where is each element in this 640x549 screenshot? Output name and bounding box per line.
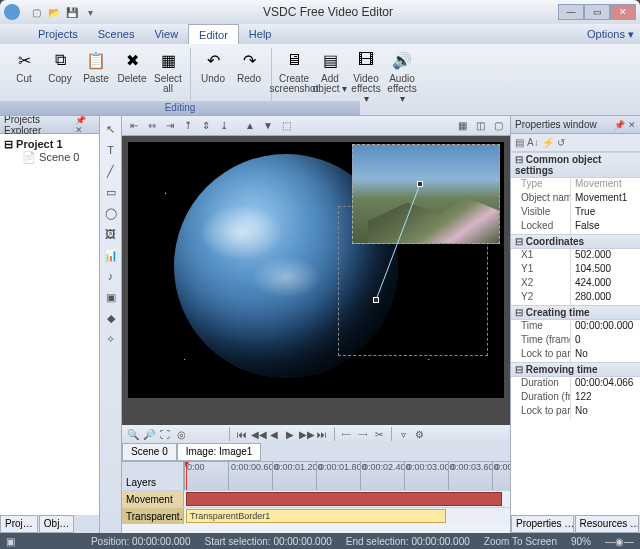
properties-pin-icon[interactable]: 📌 ✕: [614, 120, 636, 130]
tree-project[interactable]: ⊟ Project 1: [4, 138, 95, 151]
ribbon-create-button[interactable]: 🖥Createscreenshot: [276, 46, 312, 94]
prop-reset-icon[interactable]: ↺: [557, 137, 565, 148]
transport-fwd-btn[interactable]: ▶▶: [299, 429, 313, 440]
menu-projects[interactable]: Projects: [28, 24, 88, 44]
pin-icon[interactable]: 📌 ✕: [75, 115, 95, 135]
timeline-row-movement[interactable]: Movement: [122, 490, 510, 507]
view-snap-icon[interactable]: ◫: [472, 118, 488, 134]
transport-end-btn[interactable]: ⏭: [315, 429, 329, 440]
order-back-icon[interactable]: ▼: [260, 118, 276, 134]
clip-transparentborder[interactable]: TransparentBorder1: [186, 509, 446, 523]
cut-left-icon[interactable]: ⟝: [340, 428, 354, 440]
prop-section[interactable]: Coordinates: [511, 234, 640, 249]
layer-label-transparent[interactable]: Transparent…: [122, 508, 184, 524]
qat-save-icon[interactable]: 💾: [64, 4, 80, 20]
clip-movement[interactable]: [186, 492, 502, 506]
zoom-100-icon[interactable]: ◎: [174, 429, 188, 440]
tool-chart-icon[interactable]: 📊: [102, 246, 120, 264]
view-safe-icon[interactable]: ▢: [490, 118, 506, 134]
close-button[interactable]: ✕: [610, 4, 636, 20]
tool-ellipse-icon[interactable]: ◯: [102, 204, 120, 222]
project-tree[interactable]: ⊟ Project 1 📄 Scene 0: [0, 134, 99, 515]
order-front-icon[interactable]: ▲: [242, 118, 258, 134]
prop-row[interactable]: Y2280.000: [511, 291, 640, 305]
prop-az-icon[interactable]: A↓: [527, 137, 539, 148]
menu-scenes[interactable]: Scenes: [88, 24, 145, 44]
ribbon-audio-button[interactable]: 🔊Audioeffects ▾: [384, 46, 420, 104]
prop-cat-icon[interactable]: ▤: [515, 137, 524, 148]
group-icon[interactable]: ⬚: [278, 118, 294, 134]
canvas[interactable]: [122, 136, 510, 425]
tool-line-icon[interactable]: ╱: [102, 162, 120, 180]
zoom-in-icon[interactable]: 🔎: [142, 429, 156, 440]
tool-anim-icon[interactable]: ✧: [102, 330, 120, 348]
zoom-fit-icon[interactable]: ⛶: [158, 429, 172, 440]
prop-filter-icon[interactable]: ⚡: [542, 137, 554, 148]
ribbon-delete-button[interactable]: ✖Delete: [114, 46, 150, 84]
scene-tab-image[interactable]: Image: Image1: [177, 443, 262, 461]
zoom-slider-icon[interactable]: —◉—: [605, 536, 634, 547]
prop-row[interactable]: TypeMovement: [511, 178, 640, 192]
layer-label-movement[interactable]: Movement: [122, 491, 184, 507]
split-icon[interactable]: ✂: [372, 429, 386, 440]
cut-right-icon[interactable]: ⟞: [356, 428, 370, 440]
qat-open-icon[interactable]: 📂: [46, 4, 62, 20]
motion-handle-end[interactable]: [373, 297, 379, 303]
prop-row[interactable]: Lock to parentNo: [511, 405, 640, 419]
tab-projects[interactable]: Proj…: [0, 515, 38, 533]
prop-row[interactable]: Time00:00:00.000: [511, 320, 640, 334]
ribbon-undo-button[interactable]: ↶Undo: [195, 46, 231, 84]
view-grid-icon[interactable]: ▦: [454, 118, 470, 134]
timeline-row-transparent[interactable]: Transparent… TransparentBorder1: [122, 507, 510, 524]
menu-view[interactable]: View: [144, 24, 188, 44]
tab-objects[interactable]: Obj…: [39, 515, 75, 533]
status-zoom-label[interactable]: Zoom To Screen: [484, 536, 557, 547]
minimize-button[interactable]: —: [558, 4, 584, 20]
maximize-button[interactable]: ▭: [584, 4, 610, 20]
prop-section[interactable]: Creating time: [511, 305, 640, 320]
prop-section[interactable]: Removing time: [511, 362, 640, 377]
prop-section[interactable]: Common object settings: [511, 152, 640, 178]
timeline[interactable]: Layers 0:000:00:00.6000:00:01.2000:00:01…: [122, 461, 510, 533]
halign-center-icon[interactable]: ⇔: [144, 118, 160, 134]
halign-right-icon[interactable]: ⇥: [162, 118, 178, 134]
qat-dropdown-icon[interactable]: ▾: [82, 4, 98, 20]
time-ruler[interactable]: 0:000:00:00.6000:00:01.2000:00:01.8000:0…: [184, 462, 510, 490]
prop-row[interactable]: Object nameMovement1: [511, 192, 640, 206]
marker-icon[interactable]: ▿: [397, 429, 411, 440]
valign-bot-icon[interactable]: ⤓: [216, 118, 232, 134]
ribbon-select-button[interactable]: ▦Selectall: [150, 46, 186, 94]
transport-back-btn[interactable]: ◀: [267, 429, 281, 440]
qat-new-icon[interactable]: ▢: [28, 4, 44, 20]
prop-row[interactable]: X2424.000: [511, 277, 640, 291]
ribbon-video-button[interactable]: 🎞Videoeffects ▾: [348, 46, 384, 104]
menu-editor[interactable]: Editor: [188, 24, 239, 44]
scene-tab-0[interactable]: Scene 0: [122, 443, 177, 461]
tab-resources[interactable]: Resources …: [575, 515, 640, 533]
tree-scene[interactable]: 📄 Scene 0: [22, 151, 95, 164]
halign-left-icon[interactable]: ⇤: [126, 118, 142, 134]
transport-prev-btn[interactable]: ◀◀: [251, 429, 265, 440]
tool-text-icon[interactable]: T: [102, 141, 120, 159]
prop-row[interactable]: Duration (fram122: [511, 391, 640, 405]
ribbon-cut-button[interactable]: ✂Cut: [6, 46, 42, 84]
tool-sprite-icon[interactable]: ◆: [102, 309, 120, 327]
tool-audio-icon[interactable]: ♪: [102, 267, 120, 285]
prop-row[interactable]: Duration00:00:04.066: [511, 377, 640, 391]
valign-mid-icon[interactable]: ⇕: [198, 118, 214, 134]
props-icon[interactable]: ⚙: [413, 429, 427, 440]
tool-image-icon[interactable]: 🖼: [102, 225, 120, 243]
prop-row[interactable]: Lock to parentNo: [511, 348, 640, 362]
tab-properties[interactable]: Properties …: [511, 515, 574, 533]
tool-rect-icon[interactable]: ▭: [102, 183, 120, 201]
prop-row[interactable]: LockedFalse: [511, 220, 640, 234]
ribbon-paste-button[interactable]: 📋Paste: [78, 46, 114, 84]
transport-start-btn[interactable]: ⏮: [235, 429, 249, 440]
ribbon-redo-button[interactable]: ↷Redo: [231, 46, 267, 84]
valign-top-icon[interactable]: ⤒: [180, 118, 196, 134]
options-menu[interactable]: Options ▾: [587, 28, 640, 41]
ribbon-add-button[interactable]: ▤Addobject ▾: [312, 46, 348, 94]
tool-cursor-icon[interactable]: ↖: [102, 120, 120, 138]
prop-row[interactable]: X1502.000: [511, 249, 640, 263]
ribbon-copy-button[interactable]: ⧉Copy: [42, 46, 78, 84]
